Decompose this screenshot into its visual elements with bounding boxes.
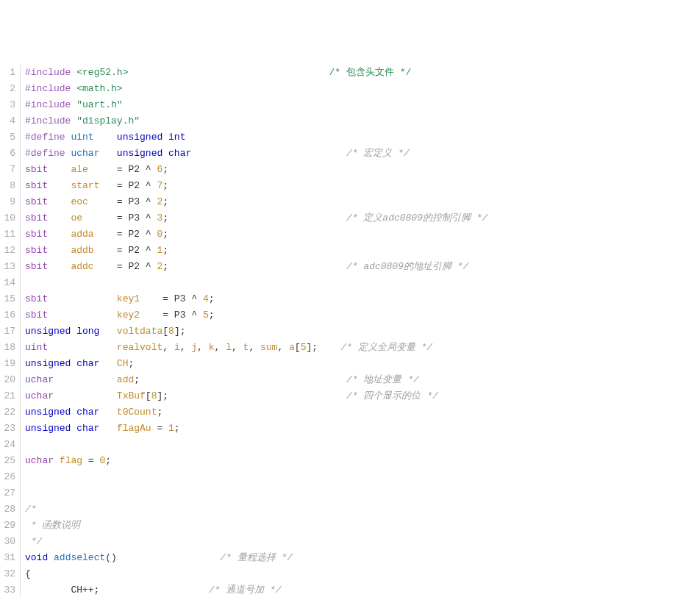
line-number: 20 (0, 372, 15, 388)
line-number: 25 (0, 453, 15, 469)
code-line: uchar TxBuf[8]; /* 四个显示的位 */ (25, 388, 700, 404)
line-number: 30 (0, 534, 15, 550)
code-line: void addselect() /* 量程选择 */ (25, 550, 700, 566)
line-number: 11 (0, 226, 15, 243)
line-number: 6 (0, 146, 15, 162)
line-number: 24 (0, 437, 15, 453)
line-number-gutter: 1234567891011121314151617181920212223242… (0, 65, 21, 597)
code-line: #include <reg52.h> /* 包含头文件 */ (25, 65, 700, 81)
line-number: 5 (0, 129, 15, 146)
code-line: #define uchar unsigned char /* 宏定义 */ (25, 146, 700, 162)
line-number: 13 (0, 259, 15, 275)
code-line: unsigned char t0Count; (25, 404, 700, 421)
line-number: 32 (0, 566, 15, 582)
code-line: uchar flag = 0; (25, 453, 700, 469)
code-content[interactable]: #include <reg52.h> /* 包含头文件 */#include <… (21, 65, 700, 597)
line-number: 31 (0, 550, 15, 566)
line-number: 28 (0, 501, 15, 518)
code-line: uint realvolt, i, j, k, l, t, sum, a[5];… (25, 340, 700, 356)
code-line: */ (25, 534, 700, 550)
code-line: #include <math.h> (25, 81, 700, 97)
code-line: /* (25, 501, 700, 518)
code-line: uchar add; /* 地址变量 */ (25, 372, 700, 388)
code-line: unsigned char flagAu = 1; (25, 421, 700, 437)
code-line (25, 485, 700, 501)
line-number: 19 (0, 356, 15, 372)
code-line: unsigned char CH; (25, 356, 700, 372)
code-line: sbit adda = P2 ^ 0; (25, 226, 700, 243)
line-number: 18 (0, 340, 15, 356)
line-number: 10 (0, 210, 15, 226)
code-line (25, 275, 700, 291)
code-line: sbit addb = P2 ^ 1; (25, 243, 700, 259)
code-line: sbit ale = P2 ^ 6; (25, 162, 700, 178)
line-number: 15 (0, 291, 15, 307)
line-number: 21 (0, 388, 15, 404)
line-number: 2 (0, 81, 15, 97)
line-number: 12 (0, 243, 15, 259)
line-number: 22 (0, 404, 15, 421)
code-line: sbit key2 = P3 ^ 5; (25, 307, 700, 323)
code-line: sbit eoc = P3 ^ 2; (25, 194, 700, 210)
code-line: sbit oe = P3 ^ 3; /* 定义adc0809的控制引脚 */ (25, 210, 700, 226)
line-number: 3 (0, 97, 15, 113)
line-number: 9 (0, 194, 15, 210)
line-number: 29 (0, 518, 15, 534)
code-line: CH++; /* 通道号加 */ (25, 582, 700, 597)
line-number: 7 (0, 162, 15, 178)
code-line: #include "display.h" (25, 113, 700, 129)
code-line (25, 469, 700, 485)
code-line: { (25, 566, 700, 582)
code-line: sbit key1 = P3 ^ 4; (25, 291, 700, 307)
code-line: #include "uart.h" (25, 97, 700, 113)
line-number: 4 (0, 113, 15, 129)
line-number: 33 (0, 582, 15, 597)
line-number: 1 (0, 65, 15, 81)
line-number: 8 (0, 178, 15, 194)
line-number: 23 (0, 421, 15, 437)
code-line: unsigned long voltdata[8]; (25, 323, 700, 340)
line-number: 27 (0, 485, 15, 501)
line-number: 17 (0, 323, 15, 340)
line-number: 14 (0, 275, 15, 291)
line-number: 26 (0, 469, 15, 485)
code-line: sbit addc = P2 ^ 2; /* adc0809的地址引脚 */ (25, 259, 700, 275)
code-editor: 1234567891011121314151617181920212223242… (0, 65, 700, 597)
code-line: * 函数说明 (25, 518, 700, 534)
code-line: sbit start = P2 ^ 7; (25, 178, 700, 194)
code-line (25, 437, 700, 453)
line-number: 16 (0, 307, 15, 323)
code-line: #define uint unsigned int (25, 129, 700, 146)
